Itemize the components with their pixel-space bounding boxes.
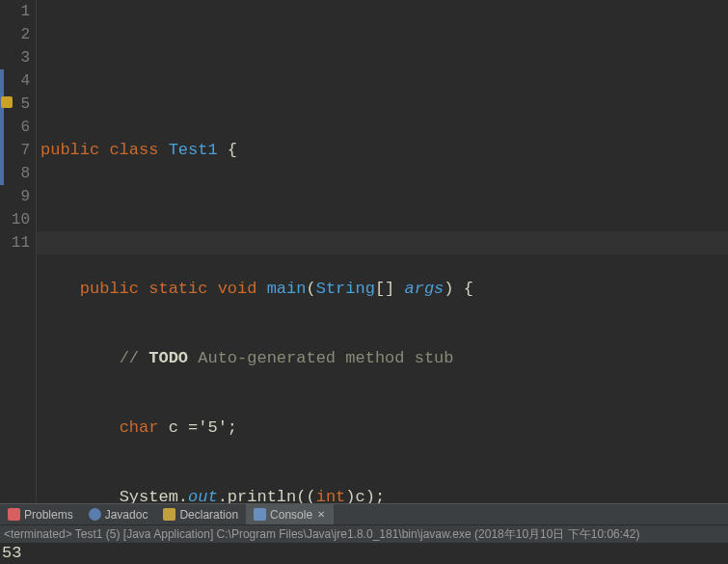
gutter-line: 3: [0, 46, 30, 69]
tab-declaration[interactable]: Declaration: [155, 504, 246, 524]
todo-marker-icon[interactable]: [1, 96, 13, 108]
code-line: [40, 208, 728, 231]
code-line: char c ='5';: [40, 416, 728, 440]
tab-console[interactable]: Console ✕: [246, 504, 334, 524]
gutter-line: 4: [0, 69, 30, 93]
tab-javadoc[interactable]: Javadoc: [81, 504, 156, 524]
terminated-text: <terminated> Test1 (5) [Java Application…: [4, 526, 639, 543]
gutter-line: 5: [0, 93, 30, 116]
gutter-line: 1: [0, 0, 30, 23]
declaration-icon: [163, 508, 175, 521]
javadoc-icon: [89, 508, 101, 521]
gutter-line: 11: [0, 231, 30, 255]
console-output-text: 53: [2, 544, 21, 562]
code-line: System.out.println((int)c);: [40, 486, 728, 503]
code-line: [40, 69, 728, 93]
tab-label: Declaration: [179, 508, 238, 522]
tab-problems[interactable]: Problems: [0, 504, 81, 524]
current-line-highlight: [37, 231, 728, 255]
close-icon[interactable]: ✕: [316, 510, 326, 520]
tab-label: Problems: [24, 508, 73, 522]
line-number-gutter: 1 2 3 4 5 6 7 8 9 10 11: [0, 0, 37, 503]
bottom-tabs-bar: Problems Javadoc Declaration Console ✕: [0, 503, 728, 525]
code-area[interactable]: public class Test1 { public static void …: [37, 0, 728, 503]
gutter-line: 8: [0, 162, 30, 185]
gutter-line: 2: [0, 23, 30, 46]
code-line: public static void main(String[] args) {: [40, 278, 728, 301]
gutter-line: 6: [0, 116, 30, 139]
console-output[interactable]: 53: [0, 543, 728, 564]
console-status-bar: <terminated> Test1 (5) [Java Application…: [0, 525, 728, 543]
gutter-line: 9: [0, 185, 30, 208]
tab-label: Javadoc: [105, 508, 148, 522]
gutter-line: 10: [0, 208, 30, 231]
code-editor[interactable]: 1 2 3 4 5 6 7 8 9 10 11 public class Tes…: [0, 0, 728, 503]
problems-icon: [8, 508, 20, 521]
code-line: public class Test1 {: [40, 139, 728, 162]
console-icon: [254, 508, 266, 521]
tab-label: Console: [270, 508, 312, 522]
code-line: // TODO Auto-generated method stub: [40, 347, 728, 370]
gutter-line: 7: [0, 139, 30, 162]
